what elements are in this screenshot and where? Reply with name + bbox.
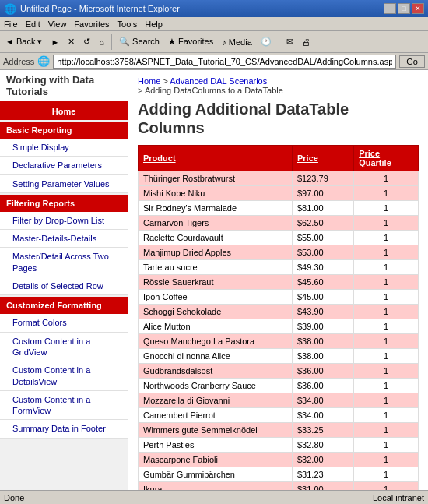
cell-price: $38.00 xyxy=(293,334,354,349)
cell-product: Mascarpone Fabioli xyxy=(139,453,293,467)
cell-product: Thüringer Rostbratwurst xyxy=(139,171,293,186)
cell-quartile: 1 xyxy=(354,408,419,423)
table-row: Wimmers gute Semmelknödel $33.25 1 xyxy=(139,423,419,438)
home-button[interactable]: ⌂ xyxy=(96,36,107,48)
cell-price: $34.00 xyxy=(293,408,354,423)
close-button[interactable]: ✕ xyxy=(412,3,424,14)
cell-quartile: 1 xyxy=(354,364,419,379)
cell-quartile: 1 xyxy=(354,334,419,349)
cell-product: Perth Pasties xyxy=(139,438,293,453)
cell-quartile: 1 xyxy=(354,260,419,275)
sidebar-site-title: Working with Data Tutorials xyxy=(0,70,128,103)
breadcrumb-section[interactable]: Advanced DAL Scenarios xyxy=(170,76,267,86)
menu-view[interactable]: View xyxy=(48,19,67,29)
cell-product: Manjimup Dried Apples xyxy=(139,245,293,260)
sidebar-section-basic-reporting[interactable]: Basic Reporting xyxy=(0,122,128,139)
cell-product: Camembert Pierrot xyxy=(139,408,293,423)
search-button[interactable]: 🔍 Search xyxy=(116,35,163,48)
toolbar: ◄ Back ▾ ► ✕ ↺ ⌂ 🔍 Search ★ Favorites ♪ … xyxy=(0,31,428,53)
sidebar-item-custom-content-gridview[interactable]: Custom Content in a GridView xyxy=(0,333,128,362)
cell-product: Northwoods Cranberry Sauce xyxy=(139,379,293,393)
menu-favorites[interactable]: Favorites xyxy=(74,19,109,29)
cell-product: Mozzarella di Giovanni xyxy=(139,393,293,408)
sidebar-item-master-detail-across[interactable]: Master/Detail Across Two Pages xyxy=(0,248,128,277)
media-button[interactable]: ♪ Media xyxy=(219,36,255,48)
sidebar-item-details-selected-row[interactable]: Details of Selected Row xyxy=(0,277,128,295)
table-row: Rössle Sauerkraut $45.60 1 xyxy=(139,275,419,290)
back-button[interactable]: ◄ Back ▾ xyxy=(2,35,45,48)
mail-button[interactable]: ✉ xyxy=(283,35,296,48)
cell-price: $38.00 xyxy=(293,349,354,364)
cell-price: $53.00 xyxy=(293,245,354,260)
sidebar-item-summary-data-footer[interactable]: Summary Data in Footer xyxy=(0,420,128,438)
sidebar-item-declarative-parameters[interactable]: Declarative Parameters xyxy=(0,157,128,174)
cell-price: $31.23 xyxy=(293,467,354,482)
menu-edit[interactable]: Edit xyxy=(26,19,40,29)
cell-quartile: 1 xyxy=(354,186,419,201)
cell-product: Ikura xyxy=(139,482,293,491)
sidebar-item-master-details[interactable]: Master-Details-Details xyxy=(0,230,128,248)
cell-quartile: 1 xyxy=(354,393,419,408)
col-header-price[interactable]: Price xyxy=(293,146,354,171)
cell-product: Wimmers gute Semmelknödel xyxy=(139,423,293,438)
table-row: Carnarvon Tigers $62.50 1 xyxy=(139,216,419,231)
content-area: Home > Advanced DAL Scenarios > Adding D… xyxy=(128,70,428,490)
minimize-button[interactable]: _ xyxy=(384,3,396,14)
breadcrumb-home[interactable]: Home xyxy=(138,76,160,86)
menu-file[interactable]: File xyxy=(4,19,18,29)
sidebar-home[interactable]: Home xyxy=(0,103,128,120)
cell-price: $33.25 xyxy=(293,423,354,438)
main-container: Working with Data Tutorials Home Basic R… xyxy=(0,70,428,490)
cell-quartile: 1 xyxy=(354,319,419,334)
address-input[interactable] xyxy=(53,55,396,69)
table-row: Raclette Courdavault $55.00 1 xyxy=(139,231,419,245)
data-table: Product Price Price Quartile Thüringer R… xyxy=(138,145,419,490)
cell-price: $45.60 xyxy=(293,275,354,290)
favorites-button[interactable]: ★ Favorites xyxy=(165,35,216,48)
sidebar-item-filter-dropdown[interactable]: Filter by Drop-Down List xyxy=(0,212,128,230)
cell-product: Gnocchi di nonna Alice xyxy=(139,349,293,364)
cell-quartile: 1 xyxy=(354,379,419,393)
sidebar-section-filtering-reports[interactable]: Filtering Reports xyxy=(0,195,128,212)
cell-price: $31.00 xyxy=(293,482,354,491)
forward-button[interactable]: ► xyxy=(47,36,62,48)
table-row: Queso Manchego La Pastora $38.00 1 xyxy=(139,334,419,349)
title-bar-controls: _ □ ✕ xyxy=(384,3,424,14)
cell-price: $62.50 xyxy=(293,216,354,231)
ie-icon: 🌐 xyxy=(4,3,16,15)
stop-button[interactable]: ✕ xyxy=(65,35,78,48)
table-row: Ikura $31.00 1 xyxy=(139,482,419,491)
table-row: Tarte au sucre $49.30 1 xyxy=(139,260,419,275)
cell-product: Raclette Courdavault xyxy=(139,231,293,245)
menu-tools[interactable]: Tools xyxy=(118,19,138,29)
address-icon: 🌐 xyxy=(37,55,50,67)
sidebar-section-customized-formatting[interactable]: Customized Formatting xyxy=(0,297,128,314)
cell-quartile: 1 xyxy=(354,423,419,438)
cell-product: Rössle Sauerkraut xyxy=(139,275,293,290)
table-row: Mishi Kobe Niku $97.00 1 xyxy=(139,186,419,201)
cell-quartile: 1 xyxy=(354,201,419,216)
zone-text: Local intranet xyxy=(373,493,424,502)
history-button[interactable]: 🕐 xyxy=(258,35,275,48)
refresh-button[interactable]: ↺ xyxy=(80,35,93,48)
sidebar-item-custom-content-detailsview[interactable]: Custom Content in a DetailsView xyxy=(0,361,128,391)
cell-quartile: 1 xyxy=(354,305,419,319)
col-header-product[interactable]: Product xyxy=(139,146,293,171)
breadcrumb-current: Adding DataColumns to a DataTable xyxy=(145,86,283,95)
sidebar-item-simple-display[interactable]: Simple Display xyxy=(0,139,128,157)
col-header-quartile[interactable]: Price Quartile xyxy=(354,146,419,171)
cell-product: Mishi Kobe Niku xyxy=(139,186,293,201)
maximize-button[interactable]: □ xyxy=(398,3,410,14)
cell-price: $43.90 xyxy=(293,305,354,319)
sidebar-item-format-colors[interactable]: Format Colors xyxy=(0,314,128,332)
table-row: Mascarpone Fabioli $32.00 1 xyxy=(139,453,419,467)
menu-help[interactable]: Help xyxy=(145,19,163,29)
table-row: Sir Rodney's Marmalade $81.00 1 xyxy=(139,201,419,216)
sidebar-item-custom-content-formview[interactable]: Custom Content in a FormView xyxy=(0,391,128,421)
cell-price: $49.30 xyxy=(293,260,354,275)
sidebar: Working with Data Tutorials Home Basic R… xyxy=(0,70,128,490)
print-button[interactable]: 🖨 xyxy=(299,36,314,48)
sidebar-item-setting-parameter-values[interactable]: Setting Parameter Values xyxy=(0,175,128,193)
go-button[interactable]: Go xyxy=(399,55,425,68)
cell-quartile: 1 xyxy=(354,467,419,482)
